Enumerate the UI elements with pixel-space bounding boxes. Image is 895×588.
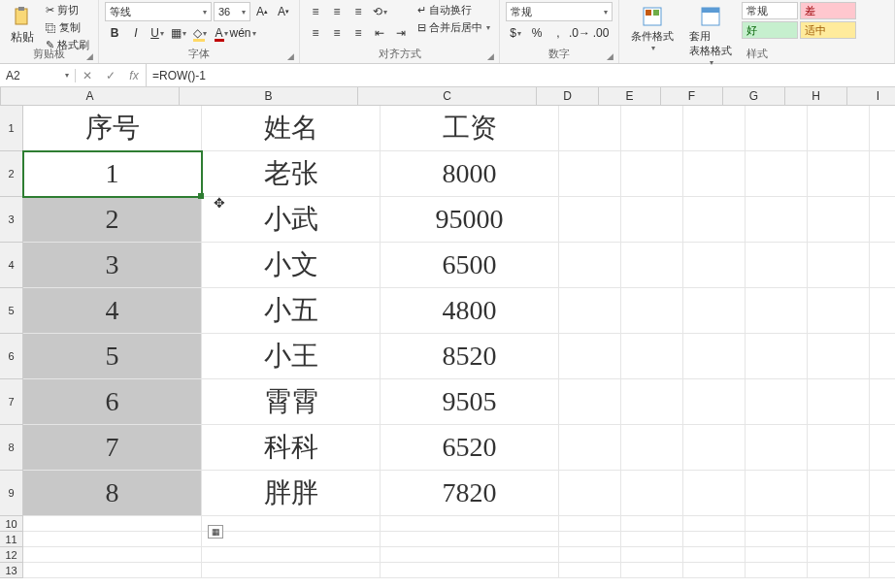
- cell[interactable]: [808, 334, 870, 379]
- cell[interactable]: [808, 288, 870, 334]
- decrease-font-button[interactable]: A▾: [274, 2, 293, 21]
- align-center-button[interactable]: ≡: [327, 23, 347, 43]
- font-name-combo[interactable]: 等线▾: [105, 2, 212, 21]
- cut-button[interactable]: ✂剪切: [43, 2, 92, 18]
- wrap-text-button[interactable]: ↵自动换行: [414, 2, 493, 18]
- align-top-button[interactable]: ≡: [306, 2, 325, 21]
- italic-button[interactable]: I: [126, 23, 146, 43]
- cell[interactable]: 小文: [202, 243, 381, 288]
- cell[interactable]: [746, 379, 808, 425]
- insert-function-button[interactable]: fx: [122, 64, 146, 87]
- cell[interactable]: [746, 243, 808, 288]
- autofill-options-button[interactable]: ▦: [208, 525, 223, 539]
- align-middle-button[interactable]: ≡: [327, 2, 347, 21]
- cell[interactable]: [559, 334, 621, 379]
- cell[interactable]: [746, 471, 808, 516]
- cell[interactable]: [381, 532, 559, 547]
- align-left-button[interactable]: ≡: [306, 23, 325, 43]
- cell[interactable]: [870, 334, 895, 379]
- cell[interactable]: [746, 516, 808, 532]
- cell[interactable]: 1: [23, 151, 202, 197]
- cell[interactable]: [559, 516, 621, 532]
- cell[interactable]: [808, 197, 870, 243]
- cell[interactable]: [808, 532, 870, 547]
- cell[interactable]: 序号: [23, 106, 202, 151]
- cell[interactable]: 95000: [381, 197, 559, 243]
- cell[interactable]: 4: [23, 288, 202, 334]
- decrease-indent-button[interactable]: ⇤: [370, 23, 389, 43]
- cell[interactable]: 8: [23, 471, 202, 516]
- cell[interactable]: [621, 563, 683, 578]
- cell[interactable]: [559, 197, 621, 243]
- col-header-b[interactable]: B: [180, 87, 358, 106]
- cell[interactable]: [870, 379, 895, 425]
- col-header-e[interactable]: E: [599, 87, 661, 106]
- cell[interactable]: [202, 547, 381, 563]
- cell-style-normal[interactable]: 常规: [742, 2, 798, 19]
- cell[interactable]: [559, 106, 621, 151]
- cell[interactable]: [808, 516, 870, 532]
- cell[interactable]: [621, 532, 683, 547]
- font-color-button[interactable]: A▾: [212, 23, 231, 43]
- cell[interactable]: [683, 151, 746, 197]
- cell[interactable]: [23, 532, 202, 547]
- cell[interactable]: [808, 471, 870, 516]
- row-header[interactable]: 6: [0, 334, 23, 379]
- alignment-launcher[interactable]: ◢: [487, 51, 497, 61]
- cell[interactable]: 工资: [381, 106, 559, 151]
- row-header[interactable]: 8: [0, 425, 23, 471]
- cell[interactable]: [683, 106, 746, 151]
- cell[interactable]: [808, 563, 870, 578]
- orientation-button[interactable]: ⟲▾: [370, 2, 389, 21]
- cell[interactable]: [870, 197, 895, 243]
- cell[interactable]: [202, 516, 381, 532]
- increase-font-button[interactable]: A▴: [252, 2, 272, 21]
- cell[interactable]: [808, 106, 870, 151]
- row-header[interactable]: 10: [0, 516, 23, 532]
- cell[interactable]: [381, 516, 559, 532]
- cell[interactable]: [683, 197, 746, 243]
- col-header-i[interactable]: I: [847, 87, 895, 106]
- cell[interactable]: [621, 471, 683, 516]
- merge-center-button[interactable]: ⊟合并后居中▾: [414, 19, 493, 36]
- row-header[interactable]: 11: [0, 532, 23, 547]
- number-launcher[interactable]: ◢: [607, 51, 616, 61]
- cell[interactable]: [808, 379, 870, 425]
- cell[interactable]: 7820: [381, 471, 559, 516]
- cell[interactable]: [621, 334, 683, 379]
- cell[interactable]: [870, 425, 895, 471]
- cell[interactable]: [559, 547, 621, 563]
- cell[interactable]: [683, 425, 746, 471]
- cell[interactable]: [23, 563, 202, 578]
- cell[interactable]: [746, 532, 808, 547]
- cell[interactable]: [683, 563, 746, 578]
- row-header[interactable]: 5: [0, 288, 23, 334]
- cell[interactable]: [202, 563, 381, 578]
- cell[interactable]: 小五: [202, 288, 381, 334]
- col-header-g[interactable]: G: [723, 87, 785, 106]
- cell[interactable]: [381, 563, 559, 578]
- cell[interactable]: [683, 334, 746, 379]
- cancel-formula-button[interactable]: ✕: [76, 64, 99, 87]
- cell[interactable]: [23, 516, 202, 532]
- cell[interactable]: 小武: [202, 197, 381, 243]
- cell[interactable]: 6500: [381, 243, 559, 288]
- cell[interactable]: [808, 151, 870, 197]
- cell[interactable]: [746, 151, 808, 197]
- cell[interactable]: [683, 379, 746, 425]
- row-header[interactable]: 7: [0, 379, 23, 425]
- font-size-combo[interactable]: 36▾: [214, 2, 250, 21]
- bold-button[interactable]: B: [105, 23, 124, 43]
- cell[interactable]: 霄霄: [202, 379, 381, 425]
- comma-button[interactable]: ,: [548, 23, 568, 43]
- row-header[interactable]: 9: [0, 471, 23, 516]
- cell[interactable]: [559, 288, 621, 334]
- increase-indent-button[interactable]: ⇥: [391, 23, 411, 43]
- cell[interactable]: 6520: [381, 425, 559, 471]
- cell[interactable]: [683, 471, 746, 516]
- align-right-button[interactable]: ≡: [348, 23, 368, 43]
- border-button[interactable]: ▦▾: [169, 23, 188, 43]
- cell[interactable]: 8000: [381, 151, 559, 197]
- cell[interactable]: 3: [23, 243, 202, 288]
- cell[interactable]: 科科: [202, 425, 381, 471]
